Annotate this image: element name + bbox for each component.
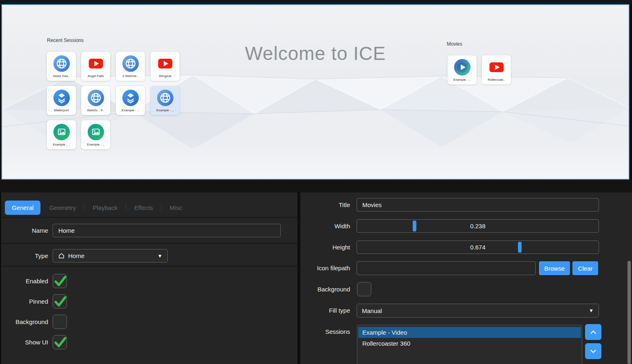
tile-label: Matterport: [54, 108, 69, 112]
group-properties-panel: Title Width 0.238 Height 0.674 Icon file…: [300, 192, 632, 364]
check-icon: [53, 335, 67, 349]
show-ui-checkbox[interactable]: [53, 335, 67, 349]
image-icon: [53, 123, 71, 141]
tile-label: Angel Falls: [88, 74, 104, 78]
home-icon: [58, 252, 65, 259]
chevron-down-icon: ▼: [157, 253, 162, 259]
height-slider[interactable]: 0.674: [357, 240, 599, 254]
youtube-icon: [488, 58, 506, 76]
globe-icon: [87, 89, 105, 107]
session-tile-news-dashboard[interactable]: News Das..: [47, 52, 76, 81]
name-label: Name: [1, 224, 48, 237]
type-value: Home: [68, 252, 84, 259]
layers-icon: [53, 89, 71, 107]
background-label: Background: [300, 282, 350, 296]
divider: [1, 243, 297, 244]
show-ui-label: Show UI: [1, 335, 48, 349]
window-top-bar: [0, 0, 632, 4]
tab-playback[interactable]: Playback: [84, 201, 126, 215]
icon-filepath-input[interactable]: [357, 261, 536, 275]
item-properties-panel: General Geometry Playback Effects Misc N…: [1, 192, 297, 364]
session-tile-wingsuit[interactable]: Wingsuit: [151, 52, 180, 81]
sessions-list: Example - Video Rollercoaster 360: [357, 325, 582, 364]
youtube-icon: [87, 55, 105, 73]
name-input[interactable]: [53, 224, 281, 237]
icon-filepath-label: Icon filepath: [300, 261, 350, 275]
session-tile-webgl[interactable]: WebGL - F..: [81, 86, 110, 115]
globe-icon: [122, 55, 140, 73]
globe-icon: [156, 89, 174, 107]
globe-icon: [53, 55, 71, 73]
pinned-checkbox[interactable]: [53, 294, 67, 309]
height-label: Height: [300, 240, 350, 254]
play-icon: [453, 58, 471, 76]
divider: [1, 266, 297, 267]
layers-icon: [122, 89, 140, 107]
preview-viewport[interactable]: Recent Sessions Welcome to ICE Movies Ne…: [1, 4, 630, 180]
clear-button[interactable]: Clear: [572, 261, 598, 275]
enabled-label: Enabled: [1, 274, 48, 288]
move-down-button[interactable]: [585, 343, 601, 359]
tile-label: Example - ..: [156, 108, 174, 112]
session-tile-example-image-2[interactable]: Example - ..: [81, 120, 110, 149]
type-dropdown[interactable]: Home ▼: [53, 249, 168, 263]
session-list-item[interactable]: Rollercoaster 360: [358, 338, 581, 349]
height-slider-handle[interactable]: [518, 242, 522, 253]
chevron-down-icon: ▼: [589, 308, 594, 313]
session-tile-example-layers[interactable]: Example - ..: [116, 86, 145, 115]
session-tile-example-image-1[interactable]: Example - ..: [47, 120, 76, 149]
vertical-scrollbar-thumb[interactable]: [628, 261, 631, 364]
width-value: 0.238: [357, 220, 599, 232]
tile-label: Example - ..: [122, 108, 139, 112]
chevron-up-icon: [589, 328, 598, 337]
tile-label: WebGL - F..: [87, 108, 104, 112]
session-tile-2-webviews[interactable]: 2 WebVie..: [116, 52, 145, 81]
tile-label: News Das..: [53, 74, 70, 78]
movies-group-label: Movies: [447, 41, 462, 47]
tile-label: Example - ..: [453, 78, 471, 82]
enabled-checkbox[interactable]: [53, 274, 67, 288]
background-checkbox[interactable]: [53, 315, 67, 329]
tile-label: Example - ..: [87, 143, 104, 146]
check-icon: [53, 274, 67, 288]
session-tile-example-selected[interactable]: Example - ..: [151, 86, 180, 115]
sessions-label: Sessions: [300, 325, 350, 339]
width-slider[interactable]: 0.238: [357, 219, 599, 233]
ice-editor-window: Recent Sessions Welcome to ICE Movies Ne…: [0, 0, 632, 364]
session-tile-matterport[interactable]: Matterport: [47, 86, 76, 115]
tab-general[interactable]: General: [5, 201, 40, 215]
tab-misc[interactable]: Misc: [162, 201, 191, 215]
pinned-label: Pinned: [1, 294, 48, 309]
type-label: Type: [1, 249, 48, 263]
title-label: Title: [300, 198, 350, 212]
title-input[interactable]: [357, 198, 599, 212]
movie-tile-rollercoaster[interactable]: Rollercoas..: [482, 55, 511, 84]
properties-tab-bar: General Geometry Playback Effects Misc: [5, 200, 191, 215]
timeline-strip: [0, 180, 632, 192]
check-icon: [53, 295, 67, 309]
chevron-down-icon: [589, 347, 598, 356]
session-list-item[interactable]: Example - Video: [358, 327, 581, 338]
tab-effects[interactable]: Effects: [126, 201, 161, 215]
image-icon: [87, 123, 105, 141]
background-label: Background: [1, 315, 48, 329]
tile-label: Example - ..: [53, 143, 70, 146]
welcome-title: Welcome to ICE: [245, 42, 386, 64]
height-value: 0.674: [357, 241, 599, 254]
width-slider-handle[interactable]: [412, 221, 416, 232]
divider: [1, 217, 297, 218]
group-background-checkbox[interactable]: [357, 282, 371, 296]
movie-tile-example-video[interactable]: Example - ..: [448, 55, 477, 84]
tab-geometry[interactable]: Geometry: [41, 201, 84, 215]
session-tile-angel-falls[interactable]: Angel Falls: [81, 52, 110, 81]
youtube-icon: [156, 55, 174, 73]
tile-label: 2 WebVie..: [122, 74, 138, 78]
recent-sessions-label: Recent Sessions: [47, 38, 84, 43]
fill-type-value: Manual: [362, 307, 382, 314]
tile-label: Rollercoas..: [488, 78, 505, 82]
width-label: Width: [300, 219, 350, 233]
fill-type-dropdown[interactable]: Manual ▼: [357, 304, 599, 318]
move-up-button[interactable]: [585, 324, 601, 340]
browse-button[interactable]: Browse: [539, 261, 570, 275]
tile-label: Wingsuit: [159, 74, 171, 78]
